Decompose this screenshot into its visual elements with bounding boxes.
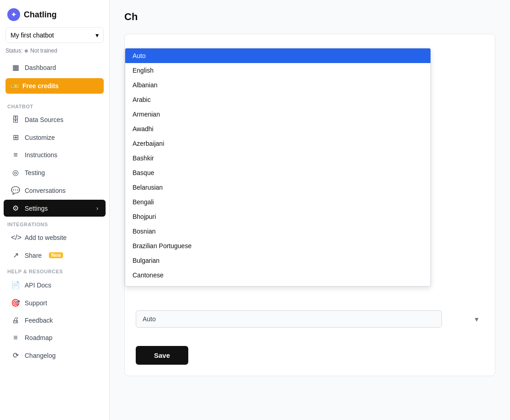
sidebar-item-dashboard[interactable]: ▦ Dashboard bbox=[4, 59, 106, 76]
testing-icon: ◎ bbox=[11, 168, 20, 177]
sidebar-item-label: Data Sources bbox=[25, 116, 64, 123]
dashboard-icon: ▦ bbox=[11, 63, 20, 72]
ticket-icon: 🎫 bbox=[11, 82, 19, 90]
sidebar-item-api-docs[interactable]: 📄 API Docs bbox=[4, 276, 106, 293]
sidebar-item-label: API Docs bbox=[25, 282, 51, 289]
new-badge: New bbox=[49, 252, 63, 258]
dropdown-item[interactable]: Azerbaijani bbox=[125, 136, 430, 151]
sidebar-item-support[interactable]: 🎯 Support bbox=[4, 294, 106, 311]
chatbot-status: Status: Not trained bbox=[0, 47, 109, 58]
sidebar-item-data-sources[interactable]: 🗄 Data Sources bbox=[4, 112, 106, 128]
sidebar-item-label: Changelog bbox=[25, 352, 56, 359]
dropdown-item[interactable]: Brazilian Portuguese bbox=[125, 239, 430, 253]
dropdown-item[interactable]: Bengali bbox=[125, 195, 430, 209]
sidebar-item-feedback[interactable]: 🖨 Feedback bbox=[4, 312, 106, 329]
status-dot bbox=[25, 49, 28, 53]
dropdown-item[interactable]: Albanian bbox=[125, 78, 430, 92]
free-credits-label: Free credits bbox=[22, 82, 58, 90]
sidebar-item-customize[interactable]: ⊞ Customize bbox=[4, 129, 106, 146]
chevron-down-icon: ▾ bbox=[96, 32, 99, 39]
sidebar-item-label: Add to website bbox=[25, 234, 67, 241]
app-name: Chatling bbox=[24, 10, 57, 20]
logo-icon: ✦ bbox=[7, 8, 20, 21]
save-button[interactable]: Save bbox=[136, 346, 188, 365]
chatbot-section-label: CHATBOT bbox=[0, 99, 109, 111]
sidebar-item-roadmap[interactable]: ≡ Roadmap bbox=[4, 330, 106, 346]
page-title: Ch bbox=[124, 11, 495, 23]
support-icon: 🎯 bbox=[11, 298, 20, 307]
second-language-select[interactable]: Auto bbox=[136, 310, 442, 328]
select-chevron-icon: ▾ bbox=[475, 315, 478, 324]
api-docs-icon: 📄 bbox=[11, 281, 20, 289]
dropdown-item[interactable]: Bosnian bbox=[125, 224, 430, 239]
chatbot-selector-label: My first chatbot bbox=[11, 32, 54, 39]
sidebar-item-settings[interactable]: ⚙ Settings › bbox=[4, 200, 106, 217]
sidebar-item-label: Instructions bbox=[25, 151, 58, 159]
instructions-icon: ≡ bbox=[11, 151, 20, 159]
sidebar-item-share[interactable]: ↗ Share New bbox=[4, 247, 106, 264]
status-label: Status: bbox=[5, 48, 22, 54]
dropdown-item[interactable]: Belarusian bbox=[125, 180, 430, 195]
dropdown-item[interactable]: Auto bbox=[125, 48, 430, 63]
sidebar-item-conversations[interactable]: 💬 Conversations bbox=[4, 182, 106, 199]
roadmap-icon: ≡ bbox=[11, 334, 20, 342]
help-section-label: HELP & RESOURCES bbox=[0, 264, 109, 276]
chatbot-selector[interactable]: My first chatbot ▾ bbox=[5, 27, 104, 43]
settings-icon: ⚙ bbox=[11, 204, 20, 213]
free-credits-button[interactable]: 🎫 Free credits bbox=[5, 78, 104, 94]
dropdown-item[interactable]: Arabic bbox=[125, 92, 430, 107]
settings-arrow-icon: › bbox=[96, 205, 98, 212]
status-value: Not trained bbox=[30, 48, 57, 54]
changelog-icon: ⟳ bbox=[11, 351, 20, 360]
share-icon: ↗ bbox=[11, 251, 20, 260]
content-area: AutoEnglishAlbanianArabicArmenianAwadhiA… bbox=[124, 34, 495, 376]
sidebar-item-testing[interactable]: ◎ Testing bbox=[4, 164, 106, 181]
sidebar-item-label: Support bbox=[25, 299, 47, 307]
sidebar-item-instructions[interactable]: ≡ Instructions bbox=[4, 147, 106, 163]
dropdown-list: AutoEnglishAlbanianArabicArmenianAwadhiA… bbox=[125, 48, 430, 286]
sidebar-item-label: Conversations bbox=[25, 187, 66, 194]
sidebar-item-label: Share bbox=[25, 252, 42, 259]
main-content: Ch AutoEnglishAlbanianArabicArmenianAwad… bbox=[110, 0, 510, 420]
feedback-icon: 🖨 bbox=[11, 316, 20, 324]
dropdown-item[interactable]: Bulgarian bbox=[125, 253, 430, 268]
dropdown-item[interactable]: Bhojpuri bbox=[125, 209, 430, 224]
data-sources-icon: 🗄 bbox=[11, 116, 20, 124]
dropdown-item[interactable]: Bashkir bbox=[125, 151, 430, 165]
language-dropdown[interactable]: AutoEnglishAlbanianArabicArmenianAwadhiA… bbox=[125, 48, 431, 287]
sidebar-item-label: Feedback bbox=[25, 317, 53, 324]
sidebar-item-label: Settings bbox=[25, 205, 48, 212]
app-logo: ✦ Chatling bbox=[0, 0, 109, 27]
dropdown-item[interactable]: Catalan bbox=[125, 282, 430, 286]
sidebar-item-add-to-website[interactable]: </> Add to website bbox=[4, 229, 106, 246]
sidebar: ✦ Chatling My first chatbot ▾ Status: No… bbox=[0, 0, 110, 420]
sidebar-item-label: Testing bbox=[25, 169, 45, 176]
customize-icon: ⊞ bbox=[11, 133, 20, 142]
dropdown-item[interactable]: Basque bbox=[125, 165, 430, 180]
dropdown-item[interactable]: Awadhi bbox=[125, 122, 430, 136]
integrations-section-label: INTEGRATIONS bbox=[0, 217, 109, 229]
sidebar-item-label: Roadmap bbox=[25, 334, 53, 341]
sidebar-item-label: Dashboard bbox=[25, 64, 56, 71]
add-to-website-icon: </> bbox=[11, 234, 20, 242]
second-select-wrapper: Auto ▾ bbox=[136, 310, 484, 328]
conversations-icon: 💬 bbox=[11, 186, 20, 195]
sidebar-item-label: Customize bbox=[25, 134, 55, 141]
dropdown-item[interactable]: English bbox=[125, 63, 430, 78]
dropdown-item[interactable]: Cantonese bbox=[125, 268, 430, 282]
dropdown-item[interactable]: Armenian bbox=[125, 107, 430, 122]
sidebar-item-changelog[interactable]: ⟳ Changelog bbox=[4, 347, 106, 364]
